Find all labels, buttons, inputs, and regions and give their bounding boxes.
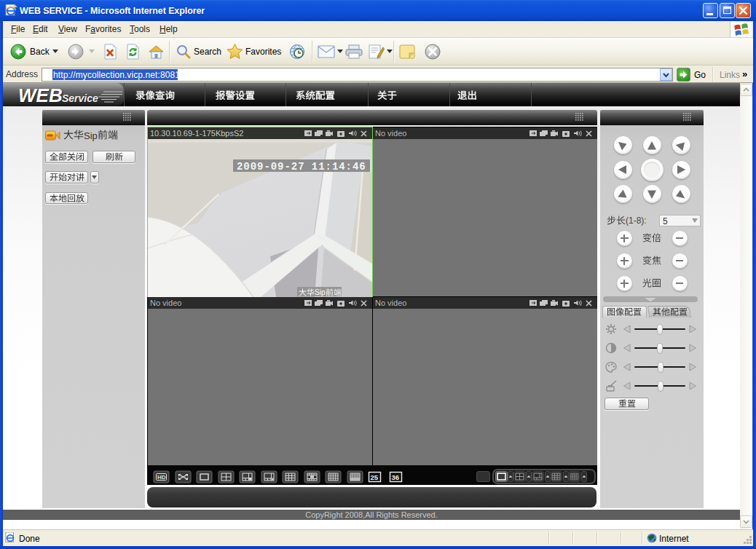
svg-text:HD: HD	[157, 474, 166, 481]
svg-text:25: 25	[371, 473, 379, 481]
svg-text:36: 36	[392, 473, 400, 481]
svg-text:2009-09-27 11:14:46: 2009-09-27 11:14:46	[237, 161, 366, 173]
